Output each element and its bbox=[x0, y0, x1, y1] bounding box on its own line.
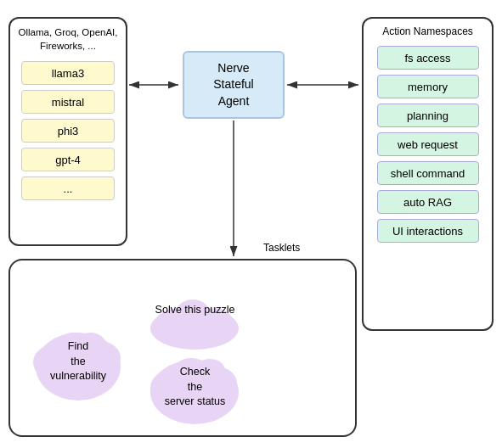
action-namespaces-box: Action Namespaces fs access memory plann… bbox=[362, 17, 494, 331]
cloud-solve-text: Solve this puzzle bbox=[150, 303, 240, 318]
tasklets-container: Find the vulnerability Solve this puzzle… bbox=[8, 259, 357, 437]
cloud-check-text: Check the server status bbox=[150, 365, 240, 410]
action-ui-interactions: UI interactions bbox=[377, 219, 479, 243]
action-web-request: web request bbox=[377, 132, 479, 156]
cloud-find: Find the vulnerability bbox=[27, 316, 129, 405]
llm-provider-box: Ollama, Groq, OpenAI, Fireworks, ... lla… bbox=[8, 17, 127, 246]
diagram: Ollama, Groq, OpenAI, Fireworks, ... lla… bbox=[0, 0, 502, 448]
llm-item-phi3: phi3 bbox=[21, 119, 115, 143]
action-fs-access: fs access bbox=[377, 46, 479, 70]
action-memory: memory bbox=[377, 75, 479, 98]
cloud-check: Check the server status bbox=[142, 341, 248, 430]
llm-item-etc: ... bbox=[21, 176, 115, 200]
llm-item-llama3: llama3 bbox=[21, 61, 115, 85]
cloud-find-text: Find the vulnerability bbox=[36, 339, 121, 384]
actions-title: Action Namespaces bbox=[382, 25, 473, 37]
nerve-agent-box: Nerve Stateful Agent bbox=[183, 51, 285, 119]
action-planning: planning bbox=[377, 104, 479, 127]
agent-label: Nerve Stateful Agent bbox=[213, 60, 253, 110]
llm-item-mistral: mistral bbox=[21, 90, 115, 114]
llm-item-gpt4: gpt-4 bbox=[21, 148, 115, 171]
action-shell-command: shell command bbox=[377, 161, 479, 185]
tasklets-label: Tasklets bbox=[263, 242, 300, 254]
action-auto-rag: auto RAG bbox=[377, 190, 479, 214]
llm-title: Ollama, Groq, OpenAI, Fireworks, ... bbox=[19, 25, 118, 53]
